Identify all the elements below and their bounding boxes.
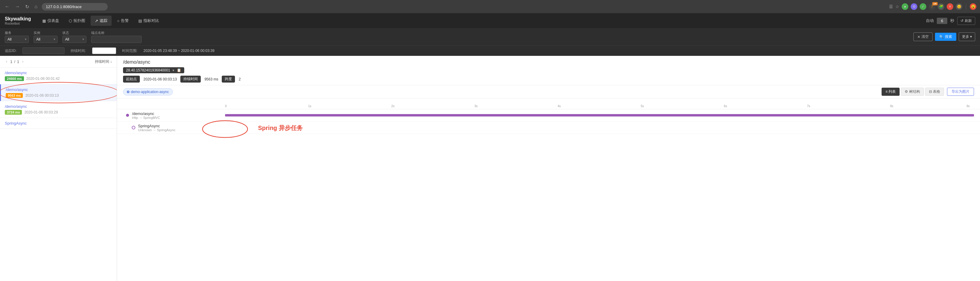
nav-item-compare[interactable]: ▤ 指标对比 (134, 16, 163, 26)
search-icon: 🔍 (939, 35, 944, 39)
trace-item-selected[interactable]: /demo/async 9563 ms 2020-01-06 00:03:13 (0, 85, 117, 101)
trace-link[interactable]: /demo/async (5, 104, 27, 109)
duration-sort[interactable]: 持续时间 ↓ (95, 59, 112, 64)
ext-icon-7[interactable]: 😊 (956, 3, 962, 10)
view-list-btn[interactable]: ≡ 列表 (881, 88, 900, 96)
ext-icon-8[interactable]: 😮 (970, 3, 977, 10)
dropdown-arrow-icon[interactable]: ▼ (172, 69, 175, 72)
page-sep: / (14, 59, 15, 64)
clear-button[interactable]: ✕ 清空 (913, 32, 932, 41)
page-current: 1 (10, 59, 12, 64)
trace-meta: 3724 ms 2020-01-06 00:03:29 (5, 110, 112, 115)
nav-item-trace[interactable]: ↗ 追踪 (91, 16, 111, 26)
more-button[interactable]: 更多 ▾ (959, 32, 975, 41)
timeline-scale: 0 1s 2s 3s 4s 5s 6s 7s 8s 9s (225, 100, 974, 109)
view-table-btn[interactable]: ⊟ 表格 (925, 88, 944, 96)
trace-id-label: 追踪ID: (5, 48, 16, 53)
logo-area: Skywalking Rocketbot (5, 16, 31, 25)
span-right-1 (225, 111, 974, 120)
export-button[interactable]: 导出为图片 (947, 88, 974, 96)
nav-item-topology[interactable]: ⬡ 拓扑图 (65, 16, 89, 26)
pagination-area: ‹ 1 / 1 › (5, 59, 25, 64)
ext-icon-6[interactable]: ✕ (947, 3, 953, 10)
filter-instance-group: 实例 All (33, 30, 57, 43)
filter-service-group: 服务 All (5, 30, 29, 43)
home-button[interactable]: ⌂ (33, 3, 39, 11)
duration-filter-label: 持续时间: (70, 48, 86, 53)
instance-label: 实例 (33, 30, 57, 35)
trace-item[interactable]: /demo/async 24660 ms 2020-01-06 00:01:42 (0, 67, 117, 85)
span-row-2[interactable]: SpringAsync Unknown → SpringAsync Spring… (117, 121, 980, 134)
time-range-value: 2020-01-05 23:48:39 ~ 2020-01-06 00:03:3… (143, 49, 215, 53)
back-button[interactable]: ← (3, 3, 11, 11)
service-tag[interactable]: demo-application-async (123, 88, 173, 96)
trace-detail-row: 28.40.15782401936840001 ▼ 📋 (123, 67, 974, 73)
status-select-wrapper: All (62, 36, 86, 43)
off-badge: off (932, 2, 938, 5)
menu-icon[interactable]: ☰ (889, 4, 893, 9)
filter-endpoint-group: 端点名称 (91, 30, 142, 43)
svg-point-1 (132, 126, 135, 129)
duration-input[interactable] (92, 48, 116, 54)
page-prev-btn[interactable]: ‹ (5, 59, 8, 64)
trace-link[interactable]: SpringAsync (5, 121, 27, 126)
second-label: 秒 (950, 18, 954, 24)
start-value: 2020-01-06 00:03:13 (143, 77, 177, 81)
nav-item-dashboard[interactable]: ▦ 仪表盘 (38, 16, 63, 26)
scale-tick-4s: 4s (557, 104, 561, 108)
span-badge: 跨度 (222, 76, 235, 83)
trace-item[interactable]: SpringAsync (0, 118, 117, 129)
refresh-button[interactable]: ↻ (24, 3, 30, 11)
span-dot-icon-2 (131, 126, 136, 130)
refresh-button[interactable]: ↺ 刷新 (957, 17, 975, 25)
auto-label: 自动 (926, 18, 934, 24)
search-button[interactable]: 🔍 搜索 (935, 33, 956, 41)
service-dot (127, 91, 129, 93)
view-tree-btn[interactable]: ⚙ 树结构 (901, 88, 924, 96)
dashboard-icon: ▦ (42, 19, 46, 23)
address-bar[interactable]: 127.0.0.1:8080/trace (42, 3, 108, 11)
trace-ms-badge: 24660 ms (5, 76, 24, 81)
filter-bar2: 追踪ID: 持续时间: 时间范围: 2020-01-05 23:48:39 ~ … (0, 45, 980, 56)
left-panel: ‹ 1 / 1 › 持续时间 ↓ /demo/async 24660 ms 20… (0, 56, 117, 281)
interval-input[interactable]: 6 (937, 18, 947, 24)
trace-link[interactable]: /demo/async (6, 87, 28, 92)
ext-icon-2[interactable]: ⚙ (911, 3, 917, 10)
clear-label: 清空 (921, 34, 929, 39)
instance-select[interactable]: All (33, 36, 57, 43)
page-next-btn[interactable]: › (21, 59, 25, 64)
service-select[interactable]: All (5, 36, 29, 43)
scale-tick-7s: 7s (807, 104, 810, 108)
nav-item-alert[interactable]: ○ 告警 (113, 16, 133, 26)
endpoint-input[interactable] (91, 36, 142, 43)
forward-button[interactable]: → (14, 3, 21, 11)
main-layout: ‹ 1 / 1 › 持续时间 ↓ /demo/async 24660 ms 20… (0, 56, 980, 281)
nav-label-compare: 指标对比 (143, 18, 159, 24)
trace-link[interactable]: /demo/async (5, 70, 27, 75)
ext-icon-3[interactable]: ✓ (920, 3, 926, 10)
star-icon[interactable]: ☆ (896, 4, 899, 9)
refresh-icon: ↺ (961, 19, 964, 23)
svg-point-0 (126, 114, 129, 117)
endpoint-label: 端点名称 (91, 30, 142, 35)
ext-icon-5[interactable]: 🧩 (938, 3, 944, 10)
span-row-1[interactable]: /demo/async Http → SpringMVC (117, 109, 980, 121)
trace-item[interactable]: /demo/async 3724 ms 2020-01-06 00:03:29 (0, 101, 117, 118)
span-left-2: SpringAsync Unknown → SpringAsync (123, 124, 225, 132)
compare-icon: ▤ (138, 19, 142, 23)
trace-id-badge: 28.40.15782401936840001 ▼ 📋 (123, 67, 184, 73)
filter-status-group: 状态 All (62, 30, 86, 43)
timeline-area: 0 1s 2s 3s 4s 5s 6s 7s 8s 9s (117, 99, 980, 281)
search-label: 搜索 (945, 34, 952, 39)
right-panel-toolbar: demo-application-async ≡ 列表 ⚙ 树结构 ⊟ 表格 导… (117, 85, 980, 99)
copy-icon[interactable]: 📋 (177, 68, 181, 72)
ext-icon-4[interactable]: 7 off (929, 3, 935, 10)
start-label: 起始点 (126, 77, 137, 81)
trace-id-input[interactable] (22, 48, 65, 54)
ext-icon-1[interactable]: ● (902, 3, 908, 10)
scale-tick-0: 0 (225, 104, 227, 108)
scale-tick-1s: 1s (308, 104, 312, 108)
service-label: 服务 (5, 30, 29, 35)
status-select[interactable]: All (62, 36, 86, 43)
service-select-wrapper: All (5, 36, 29, 43)
